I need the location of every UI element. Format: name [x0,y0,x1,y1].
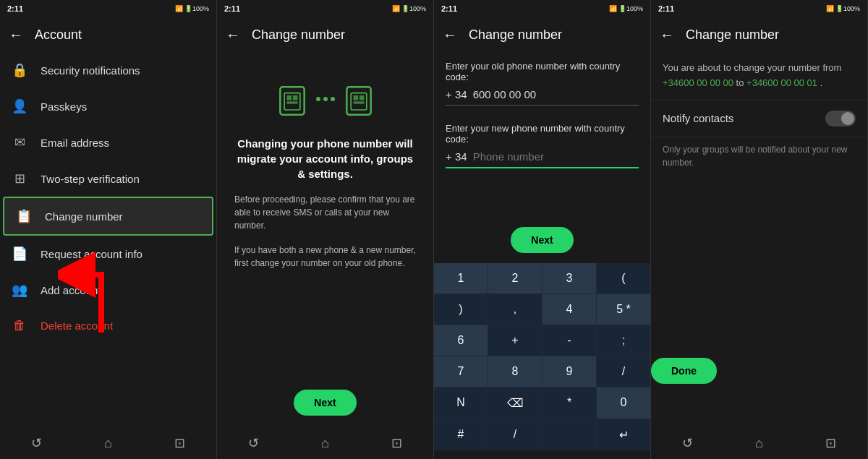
status-icons-1: 📶 🔋100% [175,5,209,12]
new-phone-placeholder: Phone number [473,150,639,163]
key-6[interactable]: 6 [434,325,488,356]
status-time-1: 2:11 [7,4,23,13]
key-2[interactable]: 2 [488,263,542,293]
menu-item-twostep[interactable]: ⊞ Two-step verification [0,160,216,197]
menu-item-addaccount[interactable]: 👥 Add account [0,272,216,308]
header-4: ← Change number [651,17,867,52]
old-number-section: Enter your old phone number with country… [434,61,650,120]
page-title-3: Change number [469,27,562,43]
sim-dots [316,97,335,101]
key-open-paren[interactable]: ( [597,263,650,293]
battery-icon-1: 🔋100% [184,5,209,12]
next-button-3[interactable]: Next [511,227,573,253]
back-button-1[interactable]: ← [9,27,23,43]
nav-recent-icon-4[interactable]: ⊡ [825,435,836,451]
nav-back-icon-2[interactable]: ↺ [248,435,259,451]
nav-home-icon-4[interactable]: ⌂ [755,436,763,451]
svg-rect-9 [359,95,364,100]
shield-icon: 🔒 [12,62,27,78]
twostep-icon: ⊞ [12,171,27,186]
status-bar-3: 2:11 📶 🔋100% [434,0,650,17]
svg-rect-10 [353,101,364,103]
nav-home-icon-2[interactable]: ⌂ [321,436,329,451]
delete-icon: 🗑 [12,318,27,333]
page-title-2: Change number [252,27,345,43]
toggle-note: Only your groups will be notified about … [651,137,867,175]
svg-rect-8 [353,95,358,100]
menu-item-security-label: Security notifications [41,64,140,77]
notify-contacts-toggle[interactable] [825,111,856,126]
key-minus[interactable]: - [542,325,596,356]
signal-icon-4: 📶 [826,5,834,12]
menu-item-delete-label: Delete account [41,319,113,332]
menu-item-email[interactable]: ✉ Email address [0,124,216,160]
nav-back-icon-4[interactable]: ↺ [682,435,693,451]
key-semicolon[interactable]: ; [597,325,650,356]
key-backspace[interactable]: ⌫ [488,387,542,419]
notify-contacts-label: Notify contacts [663,112,733,124]
menu-item-requestinfo[interactable]: 📄 Request account info [0,236,216,272]
key-1[interactable]: 1 [434,263,488,293]
change-number-title: Changing your phone number will migrate … [234,136,416,181]
panel-enter-numbers: 2:11 📶 🔋100% ← Change number Enter your … [434,0,651,459]
menu-item-email-label: Email address [41,137,109,149]
key-5[interactable]: 5 * [597,294,650,325]
confirm-text-mid: to [736,77,746,88]
key-4[interactable]: 4 [542,294,596,325]
status-icons-4: 📶 🔋100% [826,5,860,12]
nav-back-icon-1[interactable]: ↺ [31,435,42,451]
key-0[interactable]: 0 [597,387,650,419]
key-N[interactable]: N [434,387,488,419]
menu-item-changenumber[interactable]: 📋 Change number [3,197,213,236]
status-time-3: 2:11 [441,4,457,13]
old-phone-input-row[interactable]: + 34 600 00 00 00 [446,88,639,106]
key-hash[interactable]: # [434,419,488,450]
nav-bar-4: ↺ ⌂ ⊡ [651,427,867,459]
status-icons-3: 📶 🔋100% [609,5,643,12]
back-button-2[interactable]: ← [226,27,240,43]
old-phone-value: 600 00 00 00 [473,88,639,100]
done-button[interactable]: Done [651,358,717,384]
header-3: ← Change number [434,17,650,52]
key-slash[interactable]: / [597,356,650,387]
header-1: ← Account [0,17,216,52]
back-button-3[interactable]: ← [443,27,457,43]
key-slash2[interactable]: / [488,419,542,450]
key-star[interactable]: * [542,387,596,419]
nav-recent-icon-1[interactable]: ⊡ [174,435,185,451]
key-9[interactable]: 9 [542,356,596,387]
menu-item-delete[interactable]: 🗑 Delete account [0,308,216,343]
back-button-4[interactable]: ← [660,27,674,43]
key-8[interactable]: 8 [488,356,542,387]
status-bar-4: 2:11 📶 🔋100% [651,0,867,17]
key-plus[interactable]: + [488,325,542,356]
nav-home-icon-1[interactable]: ⌂ [104,436,112,451]
key-7[interactable]: 7 [434,356,488,387]
new-phone-input-row[interactable]: + 34 Phone number [446,150,639,168]
key-close-paren[interactable]: ) [434,294,488,325]
notify-contacts-row: Notify contacts [651,100,867,137]
sim-icon-right [341,81,377,117]
key-3[interactable]: 3 [542,263,596,293]
panel-account: 2:11 📶 🔋100% ← Account 🔒 Security notifi… [0,0,217,459]
confirm-text-before: You are about to change your number from [663,62,841,73]
confirm-text: You are about to change your number from… [651,52,867,100]
account-menu: 🔒 Security notifications 👤 Passkeys ✉ Em… [0,52,216,427]
menu-item-passkeys-label: Passkeys [41,100,87,113]
key-comma[interactable]: , [488,294,542,325]
key-enter[interactable]: ↵ [597,419,650,450]
nav-recent-icon-2[interactable]: ⊡ [391,435,402,451]
menu-item-security[interactable]: 🔒 Security notifications [0,52,216,88]
status-bar-2: 2:11 📶 🔋100% [217,0,433,17]
change-number-content: Changing your phone number will migrate … [217,52,433,427]
status-bar-1: 2:11 📶 🔋100% [0,0,216,17]
next-button-2[interactable]: Next [294,390,356,416]
svg-rect-4 [292,95,297,100]
nav-bar-2: ↺ ⌂ ⊡ [217,427,433,459]
menu-item-passkeys[interactable]: 👤 Passkeys [0,88,216,124]
battery-icon-4: 🔋100% [835,5,860,12]
addaccount-icon: 👥 [12,282,27,298]
menu-item-requestinfo-label: Request account info [41,248,142,260]
toggle-thumb [841,112,854,125]
panel-change-number-info: 2:11 📶 🔋100% ← Change number [217,0,434,459]
